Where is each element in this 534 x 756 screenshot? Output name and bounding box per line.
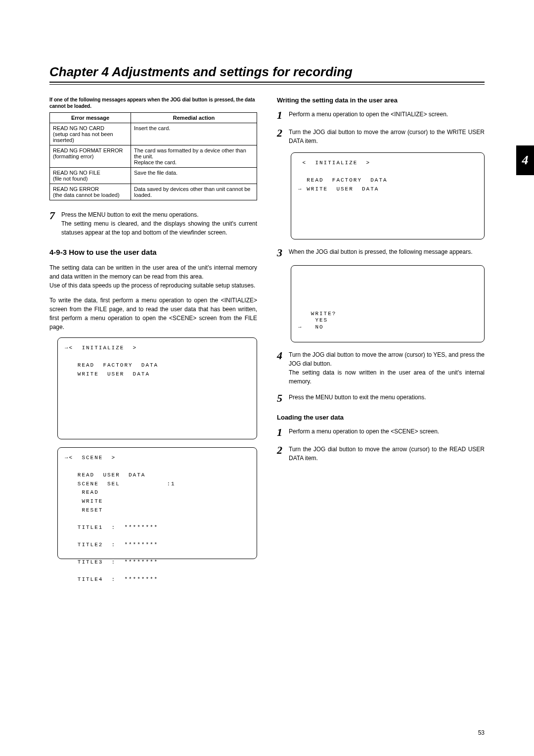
step-text: Press the MENU button to exit the menu o…	[289, 393, 485, 404]
table-row: READ NG ERROR (the data cannot be loaded…	[50, 184, 257, 200]
load-step-1: 1 Perform a menu operation to open the <…	[277, 427, 485, 438]
right-column: Writing the setting data in the user are…	[277, 96, 485, 567]
step-text: Perform a menu operation to open the <IN…	[289, 110, 485, 121]
table-cell: READ NG NO FILE (file not found)	[50, 168, 131, 184]
table-cell: Save the file data.	[131, 168, 257, 184]
step-number: 1	[277, 427, 285, 438]
step-number: 4	[277, 350, 285, 386]
table-header-row: Error message Remedial action	[50, 113, 257, 123]
table-cell: READ NG FORMAT ERROR (formatting error)	[50, 145, 131, 168]
step-number: 5	[277, 393, 285, 404]
initialize-screen-cursor: < INITIALIZE > READ FACTORY DATA → WRITE…	[291, 152, 485, 239]
initialize-screen: →< INITIALIZE > READ FACTORY DATA WRITE …	[57, 337, 257, 439]
step-text: Press the MENU button to exit the menu o…	[61, 210, 257, 237]
write-step-2: 2 Turn the JOG dial button to move the a…	[277, 128, 485, 145]
write-step-5: 5 Press the MENU button to exit the menu…	[277, 393, 485, 404]
step-7: 7 Press the MENU button to exit the menu…	[49, 210, 257, 237]
step-text: When the JOG dial button is pressed, the…	[289, 247, 485, 258]
write-step-1: 1 Perform a menu operation to open the <…	[277, 110, 485, 121]
note-text: If one of the following messages appears…	[49, 96, 257, 109]
table-cell: Insert the card.	[131, 123, 257, 145]
sub-heading-writing: Writing the setting data in the user are…	[277, 96, 485, 104]
table-row: READ NG NO CARD (setup card has not been…	[50, 123, 257, 145]
write-confirm-screen: WRITE? YES → NO	[291, 265, 485, 342]
body-paragraph: To write the data, first perform a menu …	[49, 296, 257, 331]
step-text: Turn the JOG dial button to move the arr…	[289, 128, 485, 145]
table-cell: READ NG NO CARD (setup card has not been…	[50, 123, 131, 145]
table-cell: READ NG ERROR (the data cannot be loaded…	[50, 184, 131, 200]
table-header: Remedial action	[131, 113, 257, 123]
table-cell: The card was formatted by a device other…	[131, 145, 257, 168]
table-row: READ NG NO FILE (file not found)Save the…	[50, 168, 257, 184]
error-table: Error message Remedial action READ NG NO…	[49, 112, 257, 200]
table-cell: Data saved by devices other than unit ca…	[131, 184, 257, 200]
table-header: Error message	[50, 113, 131, 123]
scene-screen: →< SCENE > READ USER DATA SCENE SEL :1 R…	[57, 447, 257, 559]
step-number: 2	[277, 445, 285, 463]
step-number: 3	[277, 247, 285, 258]
step-text: Turn the JOG dial button to move the arr…	[289, 445, 485, 463]
chapter-title: Chapter 4 Adjustments and settings for r…	[49, 64, 485, 80]
step-number: 1	[277, 110, 285, 121]
step-number: 7	[49, 210, 57, 237]
title-rule	[49, 82, 485, 85]
table-row: READ NG FORMAT ERROR (formatting error)T…	[50, 145, 257, 168]
write-step-3: 3 When the JOG dial button is pressed, t…	[277, 247, 485, 258]
section-heading: 4-9-3 How to use the user data	[49, 248, 257, 256]
step-number: 2	[277, 128, 285, 145]
body-paragraph: The setting data can be written in the u…	[49, 263, 257, 290]
left-column: If one of the following messages appears…	[49, 96, 257, 567]
page-number: 53	[478, 729, 485, 736]
step-text: Turn the JOG dial button to move the arr…	[289, 350, 485, 386]
load-step-2: 2 Turn the JOG dial button to move the a…	[277, 445, 485, 463]
step-text: Perform a menu operation to open the <SC…	[289, 427, 485, 438]
write-step-4: 4 Turn the JOG dial button to move the a…	[277, 350, 485, 386]
sub-heading-loading: Loading the user data	[277, 414, 485, 421]
